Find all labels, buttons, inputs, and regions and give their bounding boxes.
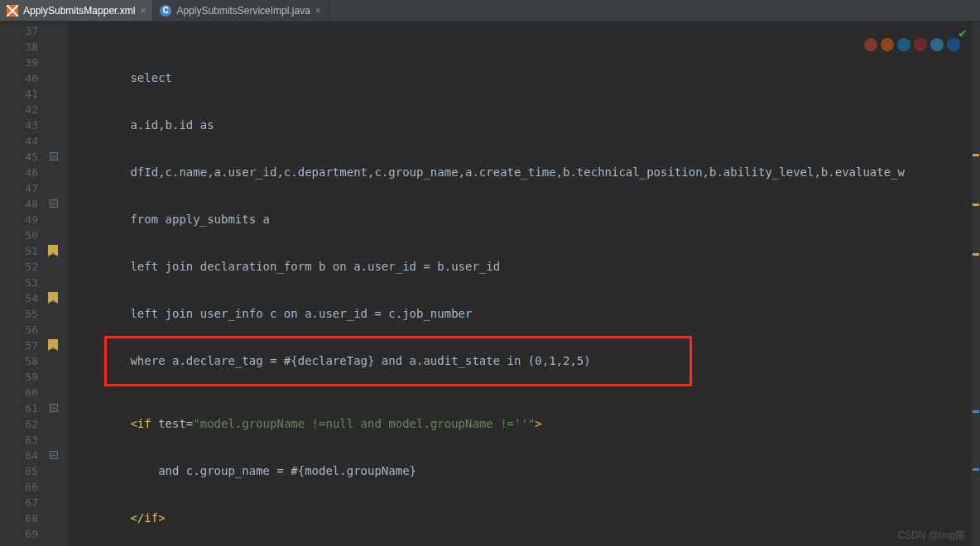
line-number: 65 (0, 463, 38, 479)
line-number: 48 (0, 196, 38, 212)
line-number: 51 (0, 243, 38, 259)
line-number: 58 (0, 353, 38, 369)
xml-file-icon (7, 5, 18, 17)
line-number: 69 (0, 526, 38, 542)
line-number: 38 (0, 39, 38, 55)
tab-label: ApplySubmitsServiceImpl.java (176, 5, 310, 17)
browser-icon[interactable] (947, 38, 960, 51)
xml-tag: </if> (130, 511, 165, 524)
line-number: 45 (0, 149, 38, 165)
line-number: 64 (0, 448, 38, 463)
fold-toggle-icon[interactable] (50, 152, 58, 160)
code-text: left join declaration_form b on a.user_i… (74, 260, 500, 273)
line-number: 41 (0, 86, 38, 102)
watermark-text: CSDN @bug菌 (897, 529, 965, 543)
browser-icon[interactable] (864, 38, 877, 51)
fold-toggle-icon[interactable] (50, 404, 58, 412)
line-number: 47 (0, 180, 38, 196)
code-text: a.id,b.id as (74, 118, 214, 132)
line-number: 46 (0, 165, 38, 180)
xml-tag: <if (130, 417, 158, 430)
code-editor[interactable]: 3738394041424344454647484950515253545556… (0, 22, 972, 546)
line-number: 56 (0, 322, 38, 338)
tab-mapper-xml[interactable]: ApplySubmitsMapper.xml × (0, 0, 153, 21)
line-number: 40 (0, 70, 38, 86)
line-number: 66 (0, 479, 38, 495)
line-number: 43 (0, 117, 38, 133)
line-number: 63 (0, 432, 38, 448)
line-number: 42 (0, 102, 38, 117)
fold-toggle-icon[interactable] (50, 199, 58, 208)
line-number: 37 (0, 23, 38, 39)
code-text: where a.declare_tag = #{declareTag} and … (74, 354, 591, 367)
java-class-icon (160, 5, 171, 17)
line-number: 52 (0, 259, 38, 275)
line-number: 67 (0, 495, 38, 510)
line-number: 62 (0, 416, 38, 432)
line-number: 55 (0, 306, 38, 322)
overview-ruler[interactable] (972, 22, 980, 546)
line-number: 44 (0, 133, 38, 149)
gutter-marks (46, 22, 68, 546)
browser-icon[interactable] (930, 38, 944, 51)
fold-toggle-icon[interactable] (50, 451, 58, 459)
line-number: 53 (0, 275, 38, 290)
browser-icon[interactable] (881, 38, 894, 51)
code-text: and c.group_name = #{model.groupName} (74, 464, 416, 477)
tab-service-impl-java[interactable]: ApplySubmitsServiceImpl.java × (153, 0, 328, 21)
close-icon[interactable]: × (140, 5, 146, 17)
line-number: 50 (0, 228, 38, 243)
code-area[interactable]: select a.id,b.id as dfId,c.name,a.user_i… (68, 22, 972, 546)
ov-info-mark[interactable] (973, 410, 979, 413)
ov-info-mark[interactable] (973, 468, 979, 471)
editor-tabbar: ApplySubmitsMapper.xml × ApplySubmitsSer… (0, 0, 980, 22)
tab-label: ApplySubmitsMapper.xml (23, 5, 135, 17)
ov-warning-mark[interactable] (973, 154, 979, 156)
close-icon[interactable]: × (315, 5, 321, 17)
ov-warning-mark[interactable] (973, 204, 979, 206)
ov-warning-mark[interactable] (973, 253, 979, 256)
line-number: 39 (0, 55, 38, 70)
code-text: left join user_info c on a.user_id = c.j… (74, 307, 472, 320)
code-text: from apply_submits a (74, 213, 270, 226)
code-text: select (74, 71, 172, 84)
line-number: 61 (0, 400, 38, 416)
line-number-gutter: 3738394041424344454647484950515253545556… (0, 22, 46, 546)
browser-icon[interactable] (897, 38, 910, 51)
line-number: 57 (0, 338, 38, 353)
line-number: 54 (0, 290, 38, 306)
open-in-browser-icons (864, 38, 960, 51)
line-number: 49 (0, 212, 38, 228)
line-number: 59 (0, 369, 38, 385)
line-number: 68 (0, 510, 38, 526)
browser-icon[interactable] (914, 38, 927, 51)
line-number: 60 (0, 385, 38, 400)
code-text: dfId,c.name,a.user_id,c.department,c.gro… (74, 165, 905, 179)
